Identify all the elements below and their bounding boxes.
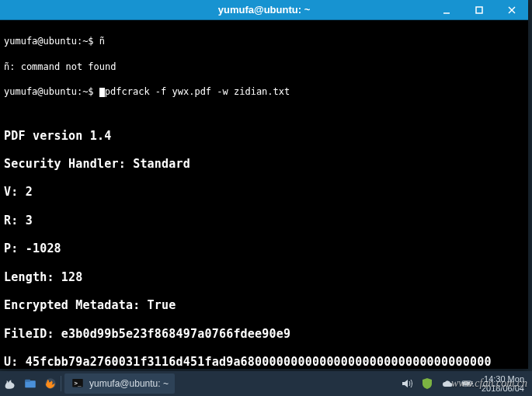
svg-rect-10 [471,383,473,384]
output-line: PDF version 1.4 [4,128,524,144]
output-line: U: 45fcbb79a2760031f3116d451fad9a6800000… [4,354,524,369]
output-line: Encrypted Metadata: True [4,297,524,313]
clock-date: 2018/06/04 [482,384,524,393]
volume-button[interactable] [401,377,413,390]
shell-command: pdfcrack -f ywx.pdf -w zidian.txt [105,86,290,97]
taskbar: >_ yumufa@ubuntu: ~ 14:30 Mon 2018/06/04 [0,371,532,396]
xfce-mouse-icon [3,377,17,391]
terminal-window: yumufa@ubuntu: ~ yumufa@ubuntu:~$ ñ ñ: c… [0,0,528,369]
window-controls [430,0,528,19]
svg-rect-1 [476,7,482,13]
battery-button[interactable] [461,377,474,390]
taskbar-windows: >_ yumufa@ubuntu: ~ [64,373,401,394]
browser-button[interactable] [43,377,57,391]
volume-icon [401,377,413,390]
output-line: P: -1028 [4,241,524,256]
spacer [4,110,524,115]
battery-icon [461,377,474,390]
taskbar-separator [61,376,61,391]
terminal-body[interactable]: yumufa@ubuntu:~$ ñ ñ: command not found … [0,20,528,369]
taskbar-app-label: yumufa@ubuntu: ~ [89,378,169,389]
clock-time: 14:30 Mon [482,374,524,384]
terminal-line: yumufa@ubuntu:~$ ñ [4,35,524,47]
minimize-icon [442,5,451,15]
output-line: Length: 128 [4,269,524,285]
output-line: R: 3 [4,213,524,228]
shield-icon [421,377,433,390]
shell-command: ñ [99,36,105,47]
clock[interactable]: 14:30 Mon 2018/06/04 [482,374,524,393]
file-manager-button[interactable] [23,377,37,391]
shell-prompt: yumufa@ubuntu:~$ [4,36,99,47]
terminal-icon: >_ [71,377,85,391]
minimize-button[interactable] [430,0,463,19]
close-button[interactable] [495,0,528,19]
output-line: FileID: e3b0d99b5e23f868497a0766fdee90e9 [4,326,524,342]
maximize-button[interactable] [463,0,495,19]
network-button[interactable] [441,377,454,390]
output-line: V: 2 [4,184,524,200]
output-line: Security Handler: Standard [4,156,524,172]
taskbar-app-terminal[interactable]: >_ yumufa@ubuntu: ~ [64,373,175,394]
svg-rect-5 [25,380,30,382]
update-button[interactable] [421,377,433,390]
taskbar-launchers [3,377,57,391]
start-menu-button[interactable] [3,377,17,391]
titlebar[interactable]: yumufa@ubuntu: ~ [0,0,528,20]
shell-prompt: yumufa@ubuntu:~$ [4,86,99,97]
maximize-icon [475,5,484,15]
close-icon [507,5,516,15]
cloud-icon [441,377,454,390]
shell-error: ñ: command not found [4,61,116,72]
terminal-line: ñ: command not found [4,61,524,73]
window-title: yumufa@ubuntu: ~ [218,4,310,16]
svg-rect-11 [463,382,470,385]
svg-text:>_: >_ [75,380,82,387]
firefox-icon [43,377,57,391]
file-manager-icon [23,377,37,391]
terminal-line: yumufa@ubuntu:~$ pdfcrack -f ywx.pdf -w … [4,85,524,98]
cursor-icon [99,88,105,97]
system-tray: 14:30 Mon 2018/06/04 [401,374,529,393]
